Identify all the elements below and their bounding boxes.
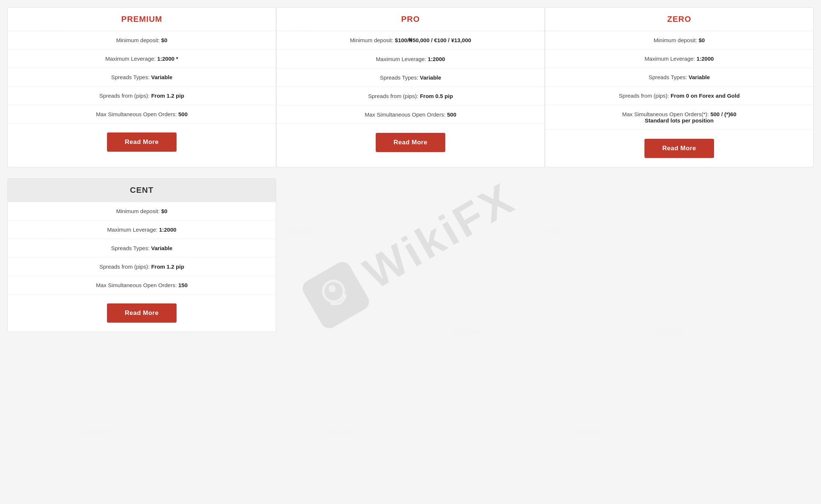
premium-max-leverage: Maximum Leverage: 1:2000 * [8, 50, 276, 68]
zero-header: ZERO [545, 8, 813, 31]
pro-card: PRO Minimum deposit: $100/₦50,000 / €100… [276, 7, 545, 167]
premium-spreads-types: Spreads Types: Variable [8, 68, 276, 87]
pro-read-more-button[interactable]: Read More [376, 133, 445, 152]
zero-max-orders: Max Simultaneous Open Orders(*): 500 / (… [545, 105, 813, 130]
premium-min-deposit: Minimum deposit: $0 [8, 31, 276, 50]
pro-max-orders: Max Simultaneous Open Orders: 500 [277, 105, 544, 124]
zero-min-deposit: Minimum deposit: $0 [545, 31, 813, 50]
cent-min-deposit: Minimum deposit: $0 [8, 202, 276, 221]
empty-col-2 [276, 178, 545, 332]
cent-title: CENT [130, 185, 154, 195]
zero-max-leverage: Maximum Leverage: 1:2000 [545, 50, 813, 68]
cent-spreads-from: Spreads from (pips): From 1.2 pip [8, 258, 276, 276]
premium-title: PREMIUM [121, 14, 162, 24]
empty-col-3 [545, 178, 814, 332]
premium-read-more-button[interactable]: Read More [107, 132, 176, 152]
premium-spreads-from: Spreads from (pips): From 1.2 pip [8, 87, 276, 105]
premium-card: PREMIUM Minimum deposit: $0 Maximum Leve… [7, 7, 276, 167]
cent-max-orders: Max Simultaneous Open Orders: 150 [8, 276, 276, 295]
premium-max-orders: Max Simultaneous Open Orders: 500 [8, 105, 276, 124]
cent-card: CENT Minimum deposit: $0 Maximum Leverag… [7, 178, 276, 332]
zero-card: ZERO Minimum deposit: $0 Maximum Leverag… [545, 7, 814, 167]
pro-max-leverage: Maximum Leverage: 1:2000 [277, 50, 544, 68]
pro-title: PRO [401, 14, 420, 24]
pro-footer: Read More [277, 124, 544, 161]
zero-read-more-button[interactable]: Read More [644, 139, 714, 158]
zero-title: ZERO [667, 14, 691, 24]
premium-footer: Read More [8, 124, 276, 161]
cent-max-leverage: Maximum Leverage: 1:2000 [8, 221, 276, 239]
zero-spreads-types: Spreads Types: Variable [545, 68, 813, 87]
zero-footer: Read More [545, 130, 813, 167]
pro-min-deposit: Minimum deposit: $100/₦50,000 / €100 / ¥… [277, 31, 544, 50]
cent-read-more-button[interactable]: Read More [107, 303, 176, 323]
zero-spreads-from: Spreads from (pips): From 0 on Forex and… [545, 87, 813, 105]
premium-header: PREMIUM [8, 8, 276, 31]
cent-footer: Read More [8, 295, 276, 332]
pro-spreads-types: Spreads Types: Variable [277, 68, 544, 87]
cent-header: CENT [8, 179, 276, 202]
pro-header: PRO [277, 8, 544, 31]
cent-spreads-types: Spreads Types: Variable [8, 239, 276, 258]
pro-spreads-from: Spreads from (pips): From 0.5 pip [277, 87, 544, 105]
